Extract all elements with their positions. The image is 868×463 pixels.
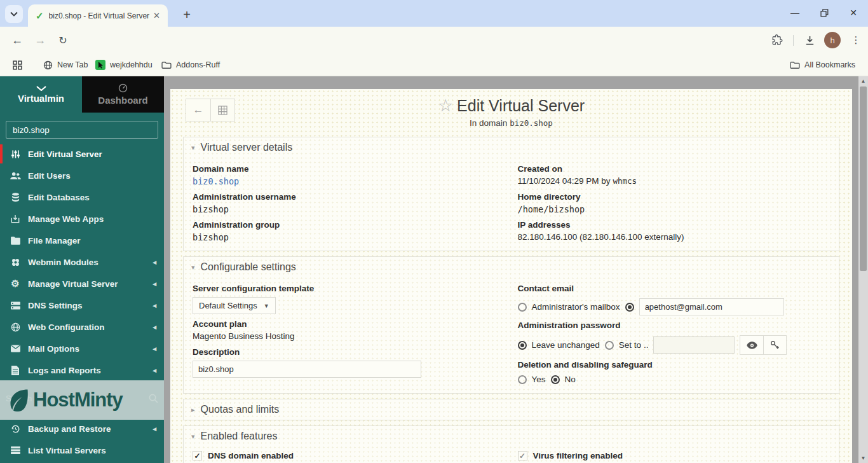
domain-link[interactable]: biz0.shop	[193, 176, 239, 186]
password-input[interactable]	[653, 336, 735, 354]
new-tab-button[interactable]: +	[178, 6, 196, 24]
show-password-button[interactable]	[740, 336, 763, 354]
cursor-extension-icon	[95, 60, 105, 70]
sidebar-tab-dashboard[interactable]: Dashboard	[82, 76, 164, 113]
bookmark-label: New Tab	[57, 60, 88, 69]
ip-addresses-value: 82.180.146.100 (82.180.146.100 externall…	[518, 232, 831, 243]
back-to-list-button[interactable]: ←	[186, 99, 210, 121]
radio-contact-email[interactable]	[625, 303, 634, 312]
radio-label: Yes	[532, 375, 546, 384]
panel-header-quotas[interactable]: ▸ Quotas and limits	[184, 399, 839, 420]
sidebar-item-label: File Manager	[28, 236, 81, 245]
tab-search-button[interactable]	[5, 5, 23, 23]
sidebar-item-dns-settings[interactable]: DNS Settings ◂	[0, 294, 164, 316]
sidebar-item-manage-web-apps[interactable]: Manage Web Apps	[0, 208, 164, 230]
back-button[interactable]: ←	[9, 32, 25, 48]
grid-toggle-button[interactable]	[210, 99, 234, 121]
sidebar-item-manage-virtual-server[interactable]: ⚙ Manage Virtual Server ◂	[0, 273, 164, 294]
star-icon[interactable]: ☆	[438, 96, 453, 115]
globe-icon	[9, 322, 22, 332]
domain-selector[interactable]: biz0.shop	[6, 121, 158, 139]
downloads-button[interactable]	[801, 32, 818, 48]
database-icon	[9, 193, 22, 202]
panel-header-enabled-features[interactable]: ▾ Enabled features	[184, 426, 839, 446]
select-arrow-icon: ▼	[264, 303, 269, 309]
contact-email-input[interactable]	[639, 298, 784, 315]
sidebar-item-label: Logs and Reports	[28, 366, 101, 375]
scroll-up-arrow[interactable]: ▲	[858, 76, 868, 86]
folder-icon	[790, 61, 800, 69]
collapse-caret-icon: ◂	[153, 345, 156, 353]
feature-row: ✓DNS domain enabled	[193, 449, 505, 462]
window-close-button[interactable]: ✕	[839, 0, 868, 25]
apps-grid-button[interactable]	[9, 57, 26, 73]
sidebar-item-edit-databases[interactable]: Edit Databases	[0, 186, 164, 208]
created-on-value: 11/10/2024 04:29 PM by whmcs	[518, 176, 831, 187]
reload-button[interactable]: ↻	[55, 32, 71, 48]
page-scrollbar[interactable]: ▲ ▼	[858, 76, 868, 463]
bookmark-new-tab[interactable]: New Tab	[39, 57, 92, 73]
radio-safeguard-no[interactable]	[551, 375, 560, 384]
collapse-triangle-icon: ▾	[191, 144, 195, 152]
dashboard-tab-label: Dashboard	[98, 95, 147, 106]
sidebar-item-mail-options[interactable]: Mail Options ◂	[0, 338, 164, 359]
panel-configurable-settings: ▾ Configurable settings Server configura…	[183, 256, 839, 394]
radio-safeguard-yes[interactable]	[518, 375, 527, 384]
extensions-puzzle-icon[interactable]	[769, 32, 785, 48]
description-input[interactable]	[193, 361, 421, 378]
bookmark-addons-ruff[interactable]: Addons-Ruff	[158, 57, 224, 73]
restore-icon	[820, 9, 829, 17]
browser-tab-strip: ✓ biz0.shop - Edit Virtual Server – ✕ + …	[0, 0, 868, 27]
sidebar-item-logs-and-reports[interactable]: Logs and Reports ◂	[0, 359, 164, 381]
eye-icon	[747, 342, 757, 349]
sidebar-item-edit-users[interactable]: Edit Users	[0, 165, 164, 186]
profile-avatar[interactable]: h	[824, 32, 841, 48]
scroll-down-arrow[interactable]: ▼	[858, 453, 868, 463]
browser-tab[interactable]: ✓ biz0.shop - Edit Virtual Server – ✕	[28, 4, 168, 27]
sidebar-search[interactable]	[6, 389, 158, 407]
download-icon	[804, 35, 815, 46]
tab-title: biz0.shop - Edit Virtual Server –	[49, 11, 151, 20]
panel-header-virtual-server-details[interactable]: ▾ Virtual server details	[184, 137, 839, 158]
sidebar-tab-virtualmin[interactable]: Virtualmin	[0, 76, 82, 113]
tab-close-icon[interactable]: ✕	[151, 10, 163, 22]
sidebar-item-list-virtual-servers[interactable]: List Virtual Servers	[0, 439, 164, 461]
sidebar-item-label: Edit Virtual Server	[28, 149, 102, 159]
sidebar-item-webmin-modules[interactable]: Webmin Modules ◂	[0, 251, 164, 273]
panel-header-configurable-settings[interactable]: ▾ Configurable settings	[184, 257, 839, 277]
all-bookmarks-button[interactable]: All Bookmarks	[786, 57, 859, 73]
sidebar-item-web-configuration[interactable]: Web Configuration ◂	[0, 316, 164, 338]
bookmark-wejkdehhdu[interactable]: wejkdehhdu	[92, 57, 156, 73]
sidebar-search-input[interactable]	[6, 394, 149, 403]
sidebar-item-edit-virtual-server[interactable]: Edit Virtual Server	[0, 143, 164, 165]
page-title: ☆Edit Virtual Server	[170, 95, 852, 116]
sidebar-item-label: Web Configuration	[28, 322, 105, 332]
checkbox-dns-domain[interactable]: ✓	[193, 451, 202, 460]
collapse-caret-icon: ◂	[153, 323, 156, 331]
radio-set-password[interactable]	[605, 341, 614, 350]
toolbar-divider	[793, 35, 794, 46]
content-card: ← ☆Edit Virtual Server In domain biz0.sh…	[170, 89, 852, 463]
checkbox-virus-filtering[interactable]: ✓	[518, 451, 527, 460]
browser-menu-kebab-icon[interactable]: ⋮	[849, 32, 863, 48]
radio-admin-mailbox[interactable]	[518, 303, 527, 312]
password-buttons	[740, 335, 787, 355]
sidebar-item-backup-and-restore[interactable]: Backup and Restore ◂	[0, 418, 164, 439]
window-restore-button[interactable]	[810, 0, 839, 25]
sidebar-item-label: Edit Users	[28, 171, 71, 181]
scrollbar-thumb[interactable]	[860, 86, 867, 271]
panel-title: Enabled features	[201, 431, 278, 442]
window-minimize-button[interactable]: —	[780, 0, 810, 25]
radio-label: No	[565, 375, 576, 384]
admin-username-value: bizshop	[193, 204, 505, 215]
header-button-group: ←	[186, 99, 235, 121]
sidebar-item-label: Webmin Modules	[28, 258, 98, 267]
config-template-select[interactable]: Default Settings▼	[193, 297, 276, 314]
search-icon[interactable]	[149, 394, 158, 403]
radio-leave-unchanged[interactable]	[518, 341, 527, 350]
grid-icon	[218, 106, 227, 115]
tab-favicon-check-icon: ✓	[36, 10, 44, 22]
generate-password-button[interactable]	[763, 336, 786, 354]
forward-button[interactable]: →	[32, 32, 48, 48]
sidebar-item-file-manager[interactable]: File Manager	[0, 230, 164, 251]
